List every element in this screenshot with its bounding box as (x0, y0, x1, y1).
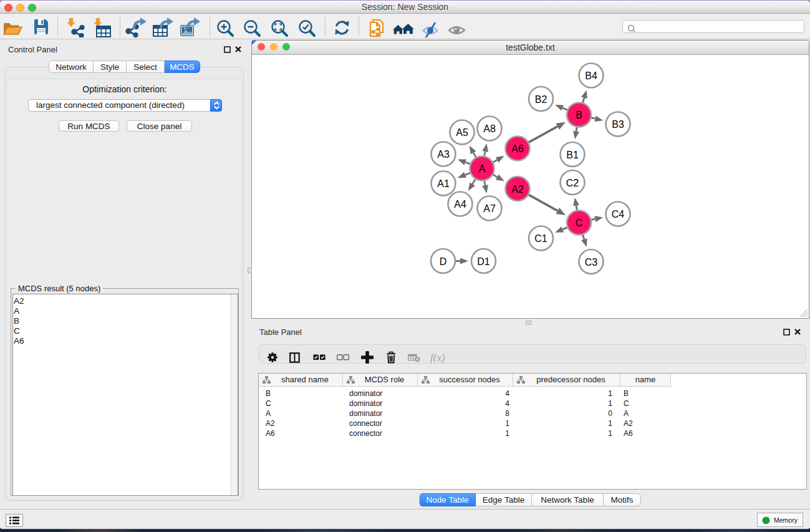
svg-text:A8: A8 (483, 123, 496, 134)
svg-text:B1: B1 (566, 150, 579, 160)
svg-text:B4: B4 (585, 70, 597, 81)
svg-text:A1: A1 (437, 178, 450, 189)
svg-text:D: D (440, 256, 447, 267)
svg-text:A6: A6 (511, 143, 524, 154)
svg-text:D1: D1 (477, 256, 490, 267)
svg-text:A5: A5 (456, 127, 468, 138)
svg-text:A2: A2 (511, 184, 524, 195)
svg-text:A: A (479, 163, 486, 174)
svg-text:C4: C4 (612, 209, 625, 220)
svg-text:A4: A4 (454, 199, 466, 210)
svg-text:B: B (576, 110, 582, 120)
svg-text:B2: B2 (535, 94, 547, 105)
svg-text:B3: B3 (612, 119, 624, 130)
svg-text:A7: A7 (483, 203, 496, 214)
svg-text:C: C (576, 218, 583, 228)
svg-text:C1: C1 (534, 233, 547, 244)
svg-text:A3: A3 (437, 149, 450, 160)
svg-text:C3: C3 (585, 257, 598, 268)
svg-text:C2: C2 (566, 178, 579, 188)
